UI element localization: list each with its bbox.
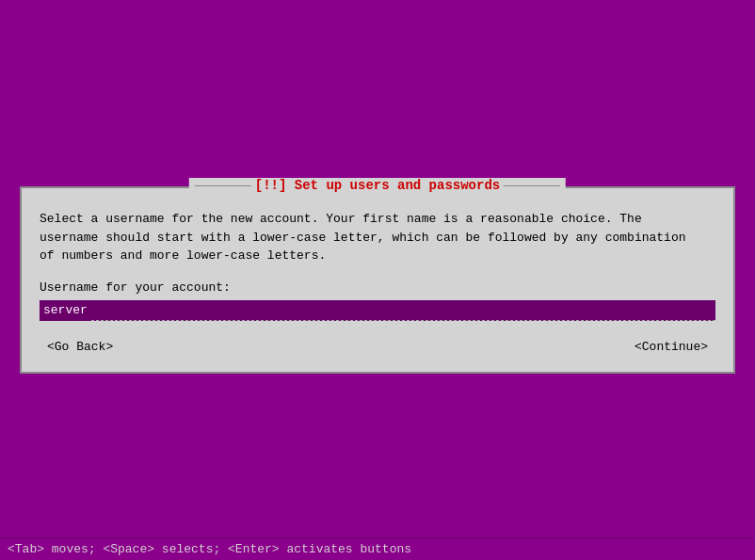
buttons-row: <Go Back> <Continue>: [40, 336, 715, 358]
field-label: Username for your account:: [40, 280, 715, 295]
title-border-left: [195, 185, 251, 186]
dialog-box: [!!] Set up users and passwords Select a…: [20, 186, 735, 374]
title-border-right: [504, 185, 560, 186]
main-container: [!!] Set up users and passwords Select a…: [0, 0, 755, 560]
username-selected-text: server: [40, 300, 91, 321]
continue-button[interactable]: <Continue>: [635, 340, 708, 354]
dialog-title-bar: [!!] Set up users and passwords: [189, 178, 566, 193]
status-bar-text: <Tab> moves; <Space> selects; <Enter> ac…: [8, 542, 411, 556]
dialog-border-left: [21, 187, 22, 373]
status-bar: <Tab> moves; <Space> selects; <Enter> ac…: [0, 537, 755, 560]
description-text: Select a username for the new account. Y…: [40, 210, 715, 265]
dialog-content: Select a username for the new account. Y…: [21, 187, 734, 373]
username-input-container[interactable]: server: [40, 300, 715, 321]
input-cursor-area: [91, 300, 715, 321]
dialog-border-bottom: [21, 372, 734, 373]
dialog-border-right: [733, 187, 734, 373]
dialog-title: [!!] Set up users and passwords: [255, 178, 500, 193]
go-back-button[interactable]: <Go Back>: [47, 340, 113, 354]
